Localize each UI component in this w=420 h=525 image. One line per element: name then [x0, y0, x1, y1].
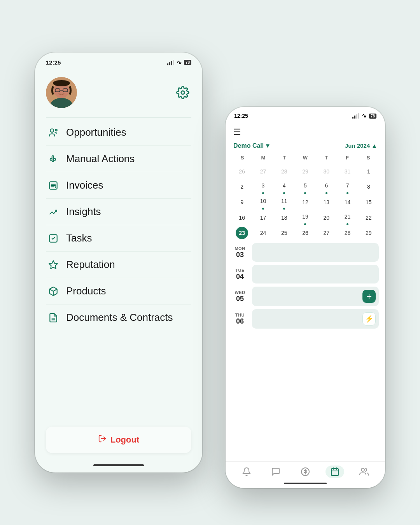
demo-call-dropdown[interactable]: Demo Call ▾	[233, 142, 269, 149]
calendar-day[interactable]: 20	[316, 210, 336, 225]
cal-day-num: 11	[278, 195, 290, 207]
schedule-day-label: MON	[234, 246, 245, 251]
calendar-day[interactable]: 3	[253, 179, 273, 194]
schedule-day-num: 05	[236, 295, 244, 303]
cal-day-num: 29	[362, 227, 375, 239]
right-home-indicator	[284, 483, 327, 484]
schedule-item: WED05+	[232, 287, 379, 306]
settings-button[interactable]	[174, 84, 191, 101]
calendar-day[interactable]: 29	[295, 164, 315, 178]
calendar-day[interactable]: 7	[337, 179, 357, 194]
calendar-day[interactable]: 24	[253, 226, 273, 240]
schedule-item: TUE04	[232, 265, 379, 284]
menu-item-reputation[interactable]: Reputation	[46, 252, 191, 278]
month-arrow: ▲	[371, 142, 377, 149]
logout-section[interactable]: Logout	[46, 427, 191, 453]
weekday-sat: S	[358, 153, 379, 162]
calendar-header-bar: ☰	[226, 122, 385, 140]
calendar-day[interactable]: 25	[274, 226, 294, 240]
calendar-day[interactable]: 28	[274, 164, 294, 178]
menu-item-documents[interactable]: Documents & Contracts	[46, 304, 191, 331]
menu-item-opportunities[interactable]: Opportunities	[46, 119, 191, 146]
cal-dot	[262, 208, 264, 210]
calendar-day[interactable]: 4	[274, 179, 294, 194]
nav-messages[interactable]	[266, 466, 285, 478]
cal-day-num: 19	[299, 210, 312, 223]
calendar-day[interactable]: 19	[295, 210, 315, 225]
calendar-day[interactable]: 15	[359, 195, 379, 210]
menu-item-manual-actions[interactable]: Manual Actions	[46, 146, 191, 172]
cal-dot	[346, 223, 348, 225]
right-phone-content: 12:25 ∿ 78 ☰ Demo	[226, 107, 385, 488]
insights-icon	[47, 207, 59, 217]
products-icon	[47, 286, 59, 296]
calendar-day[interactable]: 8	[359, 179, 379, 194]
calendar-day[interactable]: 1	[359, 164, 379, 178]
calendar-day[interactable]: 28	[337, 226, 357, 240]
lightning-button[interactable]: ⚡	[362, 312, 376, 326]
calendar-day[interactable]: 21	[337, 210, 357, 225]
calendar-day[interactable]: 26	[295, 226, 315, 240]
avatar-image	[46, 77, 77, 108]
demo-call-arrow: ▾	[266, 142, 269, 149]
calendar-day[interactable]: 22	[359, 210, 379, 225]
cal-dot	[304, 192, 306, 194]
schedule-date: WED05	[232, 287, 248, 306]
menu-item-insights[interactable]: Insights	[46, 199, 191, 225]
calendar-day[interactable]: 23	[232, 226, 252, 240]
month-dropdown[interactable]: Jun 2024 ▲	[345, 142, 377, 149]
cal-day-num: 20	[320, 212, 332, 224]
cal-day-num: 8	[362, 180, 375, 193]
right-time: 12:25	[234, 113, 248, 119]
calendar-day[interactable]: 10	[253, 195, 273, 210]
month-label: Jun 2024	[345, 142, 370, 149]
hamburger-menu[interactable]: ☰	[233, 127, 241, 137]
calendar-day[interactable]: 26	[232, 164, 252, 178]
cal-day-num: 7	[341, 179, 354, 192]
menu-item-products[interactable]: Products	[46, 278, 191, 304]
schedule-day-num: 03	[236, 251, 244, 259]
calendar-day[interactable]: 30	[316, 164, 336, 178]
calendar-day[interactable]: 6	[316, 179, 336, 194]
calendar-day[interactable]: 29	[359, 226, 379, 240]
right-wifi-icon: ∿	[362, 112, 367, 119]
cal-day-num: 18	[278, 212, 290, 224]
schedule-day-label: WED	[234, 290, 245, 295]
contacts-icon	[359, 467, 369, 476]
weekday-tue: T	[274, 153, 295, 162]
calendar-day[interactable]: 11	[274, 195, 294, 210]
calendar-day[interactable]: 13	[316, 195, 336, 210]
bell-icon	[242, 467, 251, 476]
cal-dot	[283, 192, 285, 194]
calendar-day[interactable]: 12	[295, 195, 315, 210]
menu-item-tasks[interactable]: Tasks	[46, 225, 191, 252]
calendar-day[interactable]: 18	[274, 210, 294, 225]
opportunities-icon	[47, 128, 59, 138]
menu-item-invoices[interactable]: Invoices	[46, 172, 191, 199]
calendar-day[interactable]: 5	[295, 179, 315, 194]
cal-day-num: 30	[320, 165, 332, 178]
weekday-wed: W	[295, 153, 316, 162]
calendar-day[interactable]: 16	[232, 210, 252, 225]
nav-payments[interactable]	[296, 466, 315, 478]
svg-point-7	[50, 129, 54, 132]
gear-icon	[176, 86, 189, 99]
calendar-day[interactable]: 9	[232, 195, 252, 210]
cal-day-num: 28	[278, 165, 290, 178]
phones-container: 12:25 ∿ 78	[35, 29, 385, 496]
calendar-day[interactable]: 27	[253, 164, 273, 178]
calendar-day[interactable]: 27	[316, 226, 336, 240]
nav-contacts[interactable]	[355, 466, 373, 478]
add-button[interactable]: +	[362, 290, 376, 303]
right-status-bar: 12:25 ∿ 78	[226, 107, 385, 122]
nav-calendar[interactable]	[326, 466, 344, 478]
cal-day-num: 31	[341, 165, 354, 178]
products-label: Products	[66, 285, 106, 297]
calendar-day[interactable]: 31	[337, 164, 357, 178]
documents-icon	[47, 313, 59, 323]
invoices-icon	[47, 180, 59, 191]
nav-notifications[interactable]	[237, 466, 256, 478]
calendar-day[interactable]: 2	[232, 179, 252, 194]
calendar-day[interactable]: 17	[253, 210, 273, 225]
calendar-day[interactable]: 14	[337, 195, 357, 210]
